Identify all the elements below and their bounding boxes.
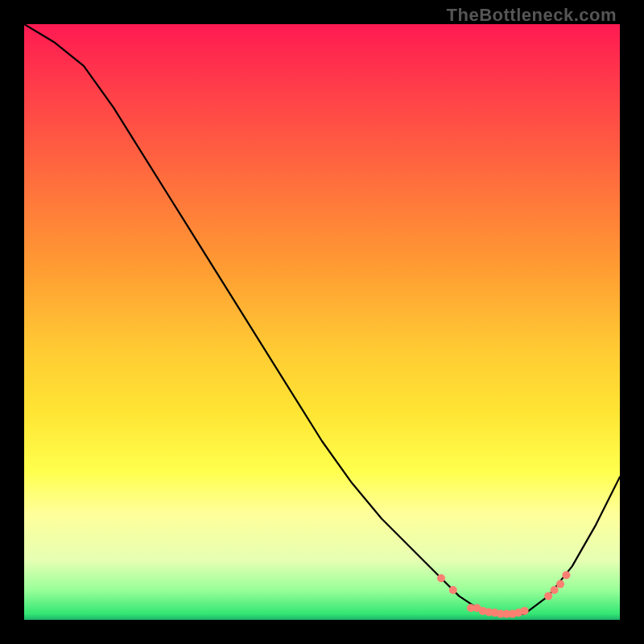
bottleneck-curve <box>24 24 620 614</box>
marker-dot <box>556 580 564 588</box>
marker-dot <box>551 586 559 594</box>
marker-dot <box>449 586 457 594</box>
marker-dot <box>521 607 529 615</box>
watermark-text: TheBottleneck.com <box>447 5 617 26</box>
chart-frame <box>24 24 620 620</box>
marker-dot <box>437 574 445 582</box>
marker-dot <box>544 592 552 600</box>
marker-dot <box>562 572 570 580</box>
chart-svg <box>24 24 620 620</box>
